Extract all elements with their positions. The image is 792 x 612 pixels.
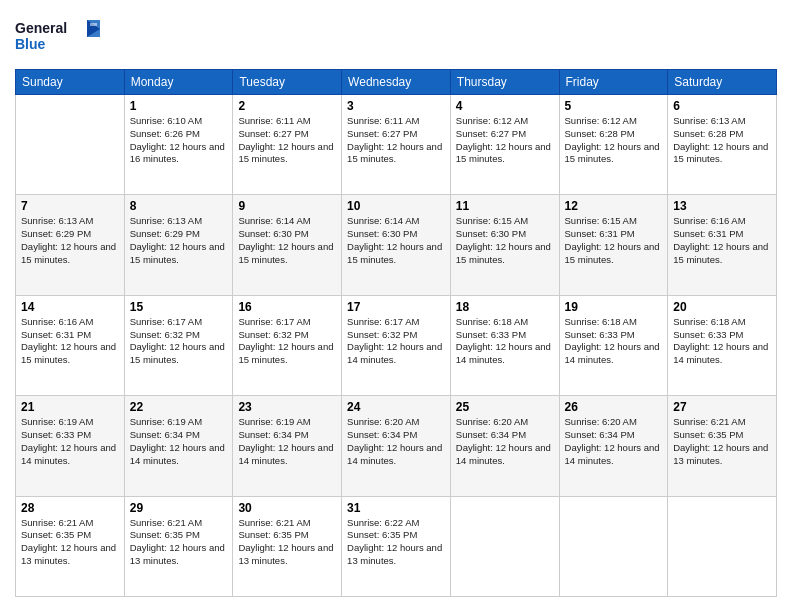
cell-day-number: 9	[238, 199, 336, 213]
cell-day-number: 16	[238, 300, 336, 314]
calendar-cell: 27Sunrise: 6:21 AMSunset: 6:35 PMDayligh…	[668, 396, 777, 496]
calendar-cell: 7Sunrise: 6:13 AMSunset: 6:29 PMDaylight…	[16, 195, 125, 295]
calendar-cell: 6Sunrise: 6:13 AMSunset: 6:28 PMDaylight…	[668, 95, 777, 195]
svg-rect-4	[90, 23, 97, 26]
cell-info: Sunrise: 6:13 AMSunset: 6:29 PMDaylight:…	[130, 215, 228, 266]
week-row-2: 14Sunrise: 6:16 AMSunset: 6:31 PMDayligh…	[16, 295, 777, 395]
cell-info: Sunrise: 6:18 AMSunset: 6:33 PMDaylight:…	[565, 316, 663, 367]
cell-day-number: 18	[456, 300, 554, 314]
cell-info: Sunrise: 6:19 AMSunset: 6:34 PMDaylight:…	[130, 416, 228, 467]
cell-info: Sunrise: 6:17 AMSunset: 6:32 PMDaylight:…	[238, 316, 336, 367]
calendar-header: SundayMondayTuesdayWednesdayThursdayFrid…	[16, 70, 777, 95]
cell-day-number: 24	[347, 400, 445, 414]
calendar-cell: 19Sunrise: 6:18 AMSunset: 6:33 PMDayligh…	[559, 295, 668, 395]
cell-info: Sunrise: 6:21 AMSunset: 6:35 PMDaylight:…	[130, 517, 228, 568]
cell-day-number: 13	[673, 199, 771, 213]
calendar-cell: 1Sunrise: 6:10 AMSunset: 6:26 PMDaylight…	[124, 95, 233, 195]
calendar-cell: 31Sunrise: 6:22 AMSunset: 6:35 PMDayligh…	[342, 496, 451, 596]
calendar-cell	[16, 95, 125, 195]
cell-info: Sunrise: 6:15 AMSunset: 6:30 PMDaylight:…	[456, 215, 554, 266]
cell-day-number: 7	[21, 199, 119, 213]
week-row-4: 28Sunrise: 6:21 AMSunset: 6:35 PMDayligh…	[16, 496, 777, 596]
cell-day-number: 21	[21, 400, 119, 414]
cell-info: Sunrise: 6:21 AMSunset: 6:35 PMDaylight:…	[21, 517, 119, 568]
cell-info: Sunrise: 6:18 AMSunset: 6:33 PMDaylight:…	[673, 316, 771, 367]
cell-info: Sunrise: 6:16 AMSunset: 6:31 PMDaylight:…	[21, 316, 119, 367]
calendar-cell: 5Sunrise: 6:12 AMSunset: 6:28 PMDaylight…	[559, 95, 668, 195]
cell-day-number: 3	[347, 99, 445, 113]
calendar-cell: 9Sunrise: 6:14 AMSunset: 6:30 PMDaylight…	[233, 195, 342, 295]
page: General Blue SundayMondayTuesdayWednesda…	[0, 0, 792, 612]
day-header-saturday: Saturday	[668, 70, 777, 95]
cell-day-number: 8	[130, 199, 228, 213]
calendar-cell: 8Sunrise: 6:13 AMSunset: 6:29 PMDaylight…	[124, 195, 233, 295]
cell-day-number: 12	[565, 199, 663, 213]
cell-day-number: 20	[673, 300, 771, 314]
week-row-0: 1Sunrise: 6:10 AMSunset: 6:26 PMDaylight…	[16, 95, 777, 195]
day-header-sunday: Sunday	[16, 70, 125, 95]
week-row-1: 7Sunrise: 6:13 AMSunset: 6:29 PMDaylight…	[16, 195, 777, 295]
calendar-cell: 25Sunrise: 6:20 AMSunset: 6:34 PMDayligh…	[450, 396, 559, 496]
cell-day-number: 28	[21, 501, 119, 515]
cell-day-number: 27	[673, 400, 771, 414]
cell-info: Sunrise: 6:17 AMSunset: 6:32 PMDaylight:…	[130, 316, 228, 367]
cell-day-number: 2	[238, 99, 336, 113]
calendar-cell: 30Sunrise: 6:21 AMSunset: 6:35 PMDayligh…	[233, 496, 342, 596]
calendar-cell: 16Sunrise: 6:17 AMSunset: 6:32 PMDayligh…	[233, 295, 342, 395]
cell-info: Sunrise: 6:19 AMSunset: 6:33 PMDaylight:…	[21, 416, 119, 467]
calendar-cell: 14Sunrise: 6:16 AMSunset: 6:31 PMDayligh…	[16, 295, 125, 395]
cell-info: Sunrise: 6:16 AMSunset: 6:31 PMDaylight:…	[673, 215, 771, 266]
header: General Blue	[15, 15, 777, 59]
cell-day-number: 17	[347, 300, 445, 314]
calendar-cell	[668, 496, 777, 596]
calendar-table: SundayMondayTuesdayWednesdayThursdayFrid…	[15, 69, 777, 597]
calendar-cell: 22Sunrise: 6:19 AMSunset: 6:34 PMDayligh…	[124, 396, 233, 496]
cell-day-number: 11	[456, 199, 554, 213]
calendar-cell: 4Sunrise: 6:12 AMSunset: 6:27 PMDaylight…	[450, 95, 559, 195]
cell-day-number: 23	[238, 400, 336, 414]
calendar-cell: 23Sunrise: 6:19 AMSunset: 6:34 PMDayligh…	[233, 396, 342, 496]
cell-info: Sunrise: 6:19 AMSunset: 6:34 PMDaylight:…	[238, 416, 336, 467]
cell-info: Sunrise: 6:14 AMSunset: 6:30 PMDaylight:…	[238, 215, 336, 266]
cell-day-number: 22	[130, 400, 228, 414]
calendar-body: 1Sunrise: 6:10 AMSunset: 6:26 PMDaylight…	[16, 95, 777, 597]
calendar-cell: 24Sunrise: 6:20 AMSunset: 6:34 PMDayligh…	[342, 396, 451, 496]
logo-text: General Blue	[15, 15, 105, 59]
calendar-cell: 11Sunrise: 6:15 AMSunset: 6:30 PMDayligh…	[450, 195, 559, 295]
calendar-cell	[559, 496, 668, 596]
cell-info: Sunrise: 6:20 AMSunset: 6:34 PMDaylight:…	[565, 416, 663, 467]
calendar-cell: 21Sunrise: 6:19 AMSunset: 6:33 PMDayligh…	[16, 396, 125, 496]
calendar-cell: 2Sunrise: 6:11 AMSunset: 6:27 PMDaylight…	[233, 95, 342, 195]
cell-day-number: 19	[565, 300, 663, 314]
svg-text:Blue: Blue	[15, 36, 46, 52]
cell-info: Sunrise: 6:20 AMSunset: 6:34 PMDaylight:…	[347, 416, 445, 467]
cell-day-number: 10	[347, 199, 445, 213]
cell-info: Sunrise: 6:11 AMSunset: 6:27 PMDaylight:…	[347, 115, 445, 166]
calendar-cell: 10Sunrise: 6:14 AMSunset: 6:30 PMDayligh…	[342, 195, 451, 295]
cell-info: Sunrise: 6:15 AMSunset: 6:31 PMDaylight:…	[565, 215, 663, 266]
cell-info: Sunrise: 6:12 AMSunset: 6:28 PMDaylight:…	[565, 115, 663, 166]
cell-info: Sunrise: 6:21 AMSunset: 6:35 PMDaylight:…	[238, 517, 336, 568]
cell-day-number: 15	[130, 300, 228, 314]
cell-day-number: 30	[238, 501, 336, 515]
cell-info: Sunrise: 6:10 AMSunset: 6:26 PMDaylight:…	[130, 115, 228, 166]
calendar-cell: 13Sunrise: 6:16 AMSunset: 6:31 PMDayligh…	[668, 195, 777, 295]
cell-info: Sunrise: 6:20 AMSunset: 6:34 PMDaylight:…	[456, 416, 554, 467]
cell-day-number: 6	[673, 99, 771, 113]
cell-day-number: 5	[565, 99, 663, 113]
cell-info: Sunrise: 6:11 AMSunset: 6:27 PMDaylight:…	[238, 115, 336, 166]
logo-svg: General Blue	[15, 15, 105, 55]
calendar-cell: 15Sunrise: 6:17 AMSunset: 6:32 PMDayligh…	[124, 295, 233, 395]
cell-info: Sunrise: 6:13 AMSunset: 6:29 PMDaylight:…	[21, 215, 119, 266]
cell-info: Sunrise: 6:13 AMSunset: 6:28 PMDaylight:…	[673, 115, 771, 166]
cell-day-number: 25	[456, 400, 554, 414]
day-header-row: SundayMondayTuesdayWednesdayThursdayFrid…	[16, 70, 777, 95]
cell-info: Sunrise: 6:18 AMSunset: 6:33 PMDaylight:…	[456, 316, 554, 367]
calendar-cell: 12Sunrise: 6:15 AMSunset: 6:31 PMDayligh…	[559, 195, 668, 295]
day-header-wednesday: Wednesday	[342, 70, 451, 95]
cell-day-number: 1	[130, 99, 228, 113]
calendar-cell: 20Sunrise: 6:18 AMSunset: 6:33 PMDayligh…	[668, 295, 777, 395]
cell-day-number: 31	[347, 501, 445, 515]
cell-info: Sunrise: 6:17 AMSunset: 6:32 PMDaylight:…	[347, 316, 445, 367]
week-row-3: 21Sunrise: 6:19 AMSunset: 6:33 PMDayligh…	[16, 396, 777, 496]
